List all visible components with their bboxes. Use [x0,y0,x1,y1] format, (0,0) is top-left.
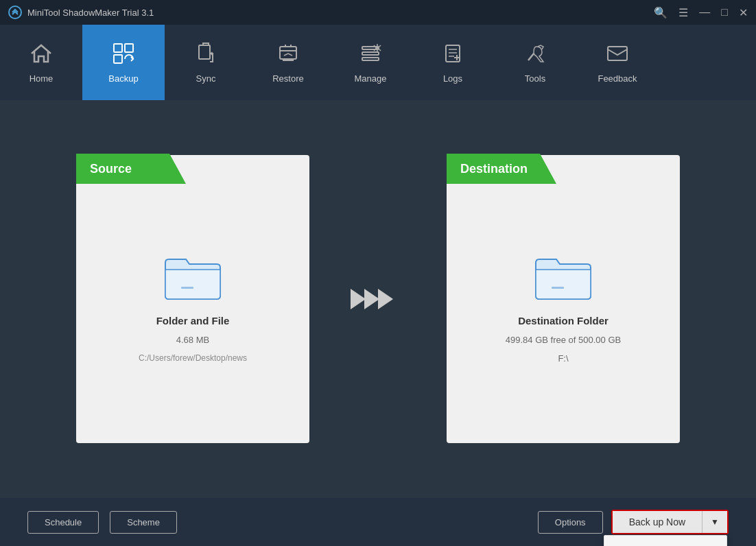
backup-now-button[interactable]: Back up Now [613,511,702,533]
nav-item-sync[interactable]: Sync [165,25,247,100]
titlebar-left: MiniTool ShadowMaker Trial 3.1 [8,5,154,19]
maximize-icon[interactable]: □ [721,6,728,19]
sync-icon [193,41,218,69]
nav-item-home[interactable]: Home [0,25,82,100]
nav-label-restore: Restore [272,73,304,84]
tools-icon [523,41,547,69]
nav-label-manage: Manage [355,73,387,84]
nav-item-tools[interactable]: Tools [494,25,576,100]
feedback-icon [605,41,630,69]
svg-marker-16 [378,289,393,309]
titlebar-controls: 🔍 ☰ — □ ✕ [654,6,748,19]
svg-rect-3 [114,55,122,63]
destination-header: Destination [447,154,556,184]
svg-rect-12 [608,47,627,60]
close-icon[interactable]: ✕ [739,6,748,19]
svg-rect-5 [280,47,296,59]
bottombar: Schedule Scheme Options Back up Now ▼ Ba… [0,498,756,546]
svg-rect-13 [181,287,193,289]
bottom-right-buttons: Options Back up Now ▼ Back up Later [538,510,729,534]
app-title: MiniTool ShadowMaker Trial 3.1 [27,8,154,18]
titlebar: MiniTool ShadowMaker Trial 3.1 🔍 ☰ — □ ✕ [0,0,756,25]
nav-label-feedback: Feedback [598,73,637,84]
home-icon [29,41,54,69]
nav-label-backup: Backup [108,73,138,84]
search-icon[interactable]: 🔍 [654,6,668,19]
destination-drive: F:\ [558,353,568,364]
destination-free: 499.84 GB free of 500.00 GB [506,335,621,345]
nav-item-manage[interactable]: Manage [329,25,412,100]
nav-label-logs: Logs [443,73,462,84]
backup-dropdown-menu: Back up Later [604,535,727,546]
svg-rect-17 [552,287,564,289]
main-content: Source Folder and File 4.68 MB C:/Users/… [0,100,756,498]
logs-icon [440,41,465,69]
destination-title: Destination Folder [518,315,609,327]
source-path: C:/Users/forew/Desktop/news [139,353,247,363]
source-size: 4.68 MB [176,335,209,345]
svg-marker-14 [351,289,366,309]
options-button[interactable]: Options [538,511,603,534]
nav-label-tools: Tools [525,73,545,84]
navbar: Home Backup Sync [0,25,756,100]
scheme-button[interactable]: Scheme [110,511,177,534]
forward-arrows [351,282,405,316]
menu-icon[interactable]: ☰ [678,6,688,19]
bottom-left-buttons: Schedule Scheme [27,511,177,534]
svg-rect-8 [362,52,379,55]
svg-rect-9 [362,58,379,60]
minimize-icon[interactable]: — [699,6,710,19]
nav-item-restore[interactable]: Restore [247,25,329,100]
manage-icon [358,41,383,69]
destination-card[interactable]: Destination Destination Folder 499.84 GB… [447,155,680,443]
source-header: Source [76,154,186,184]
arrow-container [351,282,405,316]
backup-icon [111,41,136,69]
nav-item-feedback[interactable]: Feedback [576,25,659,100]
svg-point-10 [375,46,379,50]
backup-later-option[interactable]: Back up Later [604,536,727,546]
source-title: Folder and File [156,315,230,327]
restore-icon [276,41,300,69]
nav-item-logs[interactable]: Logs [412,25,494,100]
nav-label-home: Home [29,73,54,84]
schedule-button[interactable]: Schedule [27,511,99,534]
nav-item-backup[interactable]: Backup [82,25,165,100]
destination-folder-icon [532,249,594,307]
backup-now-group: Back up Now ▼ Back up Later [611,510,729,534]
svg-rect-2 [125,44,133,52]
source-card[interactable]: Source Folder and File 4.68 MB C:/Users/… [76,155,309,443]
app-logo [8,5,22,19]
svg-rect-1 [114,44,122,52]
svg-marker-15 [364,289,379,309]
backup-dropdown-button[interactable]: ▼ [702,511,727,533]
nav-label-sync: Sync [196,73,216,84]
source-folder-icon [162,249,224,307]
svg-rect-4 [199,45,210,59]
